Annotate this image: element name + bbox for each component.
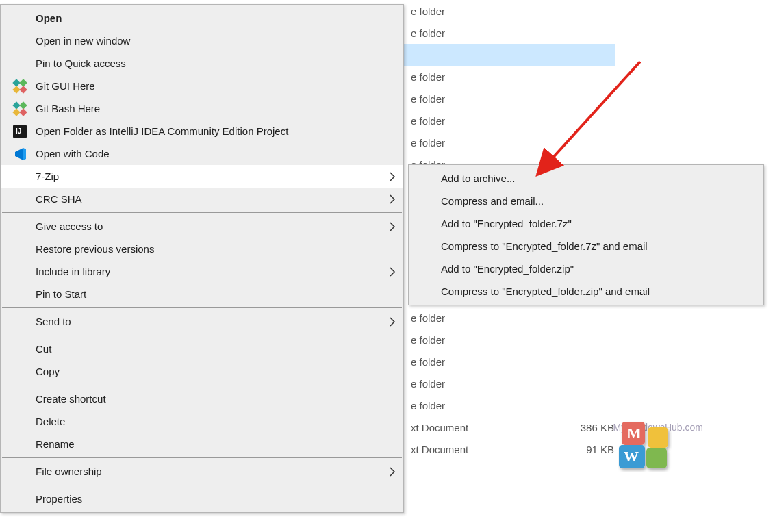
menu-restore-previous[interactable]: Restore previous versions [1, 238, 403, 260]
submenu-compress-7z-email[interactable]: Compress to "Encrypted_folder.7z" and em… [409, 235, 763, 257]
menu-give-access[interactable]: Give access to [1, 215, 403, 238]
submenu-add-7z[interactable]: Add to "Encrypted_folder.7z" [409, 212, 763, 235]
svg-rect-7 [19, 108, 27, 116]
chevron-right-icon [390, 467, 396, 477]
svg-rect-16 [646, 448, 667, 468]
git-bash-icon [12, 101, 27, 116]
svg-rect-3 [19, 86, 27, 93]
menu-open-with-code[interactable]: Open with Code [1, 142, 403, 165]
svg-rect-2 [12, 86, 20, 93]
menu-rename[interactable]: Rename [1, 433, 403, 455]
svg-rect-13 [648, 427, 668, 448]
menu-create-shortcut[interactable]: Create shortcut [1, 388, 403, 410]
menu-intellij[interactable]: IJ Open Folder as IntelliJ IDEA Communit… [1, 120, 403, 142]
vscode-icon [12, 147, 27, 162]
menu-send-to[interactable]: Send to [1, 310, 403, 333]
menu-delete[interactable]: Delete [1, 410, 403, 433]
menu-crc-sha[interactable]: CRC SHA [1, 188, 403, 210]
menu-git-bash[interactable]: Git Bash Here [1, 97, 403, 120]
svg-text:W: W [624, 448, 639, 465]
menu-separator [2, 335, 402, 335]
menu-open-new-window[interactable]: Open in new window [1, 29, 403, 52]
menu-separator [2, 457, 402, 458]
menu-properties[interactable]: Properties [1, 487, 403, 510]
chevron-right-icon [390, 194, 396, 204]
submenu-compress-email[interactable]: Compress and email... [409, 190, 763, 212]
svg-rect-6 [12, 108, 20, 116]
menu-file-ownership[interactable]: File ownership [1, 460, 403, 483]
menu-open[interactable]: Open [1, 7, 403, 29]
menu-include-library[interactable]: Include in library [1, 260, 403, 283]
watermark-logo-icon: M W [618, 418, 672, 472]
submenu-add-zip[interactable]: Add to "Encrypted_folder.zip" [409, 257, 763, 280]
intellij-icon: IJ [12, 124, 27, 139]
svg-text:M: M [627, 425, 641, 442]
svg-text:IJ: IJ [16, 127, 21, 135]
menu-pin-quick-access[interactable]: Pin to Quick access [1, 52, 403, 75]
chevron-right-icon [390, 267, 396, 277]
svg-rect-0 [12, 79, 20, 86]
context-menu: Open Open in new window Pin to Quick acc… [0, 4, 404, 513]
menu-git-gui[interactable]: Git GUI Here [1, 75, 403, 97]
menu-separator [2, 485, 402, 485]
menu-separator [2, 385, 402, 385]
svg-rect-5 [19, 101, 27, 109]
submenu-add-archive[interactable]: Add to archive... [409, 167, 763, 190]
submenu-compress-zip-email[interactable]: Compress to "Encrypted_folder.zip" and e… [409, 280, 763, 303]
submenu-7zip: Add to archive... Compress and email... … [408, 164, 764, 305]
git-gui-icon [12, 79, 27, 94]
menu-copy[interactable]: Copy [1, 360, 403, 383]
chevron-right-icon [390, 222, 396, 231]
svg-rect-1 [19, 79, 27, 86]
menu-cut[interactable]: Cut [1, 338, 403, 360]
menu-separator [2, 307, 402, 308]
chevron-right-icon [390, 317, 396, 327]
chevron-right-icon [390, 172, 396, 181]
svg-rect-4 [12, 101, 20, 109]
menu-7zip[interactable]: 7-Zip [1, 165, 403, 188]
menu-separator [2, 212, 402, 213]
menu-pin-start[interactable]: Pin to Start [1, 283, 403, 305]
